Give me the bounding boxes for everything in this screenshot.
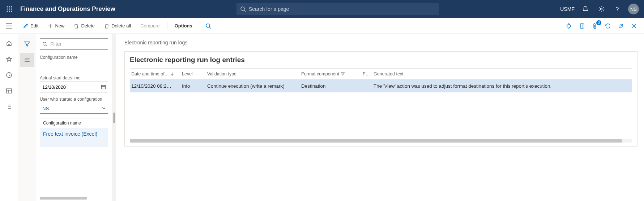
close-icon[interactable] — [629, 21, 639, 31]
calendar-icon[interactable] — [101, 84, 106, 89]
svg-point-12 — [617, 10, 618, 11]
splitter[interactable] — [112, 34, 116, 201]
user-field: User who started a configuration — [40, 97, 108, 114]
action-bar-right: 0 — [564, 21, 642, 31]
grid-h-scrollbar-thumb[interactable] — [130, 139, 622, 143]
user-label: User who started a configuration — [40, 97, 108, 102]
notifications-icon[interactable] — [580, 4, 590, 14]
delete-all-label: Delete all — [111, 23, 131, 29]
delete-label: Delete — [81, 23, 95, 29]
cell-format-component: Destination — [301, 83, 363, 89]
svg-point-0 — [7, 6, 8, 7]
home-icon[interactable] — [3, 37, 16, 50]
config-name-field: Configuration name — [40, 55, 108, 71]
body: Configuration name Actual start date/tim… — [0, 34, 644, 201]
svg-point-9 — [241, 7, 244, 10]
col-f[interactable]: F… — [363, 71, 374, 77]
filter-icon[interactable] — [20, 37, 34, 51]
svg-line-10 — [244, 10, 246, 12]
filter-search-icon — [42, 41, 47, 47]
svg-point-3 — [7, 8, 8, 9]
grid-header: Date and time of… Level Validation type … — [130, 69, 632, 80]
app-launcher-icon[interactable] — [3, 6, 16, 12]
start-date-input[interactable] — [40, 82, 108, 92]
grid-row[interactable]: 12/10/2020 08:2… Info Continue execution… — [130, 80, 632, 92]
main-content: Electronic reporting run logs Electronic… — [116, 34, 644, 201]
edit-button[interactable]: Edit — [20, 21, 42, 31]
svg-point-42 — [43, 42, 46, 45]
sort-down-icon — [170, 72, 174, 76]
new-button[interactable]: New — [44, 21, 68, 31]
company-code[interactable]: USMF — [560, 6, 575, 12]
workspaces-icon[interactable] — [3, 84, 16, 97]
svg-point-20 — [206, 24, 210, 27]
compare-label: Compare — [140, 23, 159, 29]
action-search-button[interactable] — [202, 21, 215, 31]
col-generated-text[interactable]: Generated text — [374, 71, 631, 77]
filter-input[interactable] — [40, 39, 108, 49]
attachments-icon[interactable]: 0 — [590, 21, 600, 31]
filter-input-wrap — [40, 38, 108, 50]
start-date-field: Actual start date/time — [40, 75, 108, 92]
svg-rect-30 — [7, 89, 12, 93]
svg-line-21 — [209, 27, 211, 29]
options-button[interactable]: Options — [171, 21, 196, 31]
log-grid: Date and time of… Level Validation type … — [130, 68, 632, 143]
breadcrumb: Electronic reporting run logs — [124, 40, 637, 45]
filter-rail — [18, 34, 36, 201]
col-format-component[interactable]: Format component — [301, 71, 363, 77]
attachments-badge: 0 — [596, 20, 601, 25]
recent-icon[interactable] — [3, 69, 16, 82]
svg-point-1 — [9, 6, 10, 7]
side-panel-scrollbar[interactable] — [40, 197, 87, 200]
config-list: Configuration name Free text invoice (Ex… — [40, 118, 108, 147]
config-list-item[interactable]: Free text invoice (Excel) — [40, 128, 108, 147]
refresh-icon[interactable] — [603, 21, 613, 31]
global-header: Finance and Operations Preview USMF — [0, 0, 644, 18]
user-initials: NS — [630, 6, 637, 12]
svg-point-4 — [9, 8, 10, 9]
diamond-icon[interactable] — [564, 21, 574, 31]
card-title: Electronic reporting run log entries — [130, 56, 632, 64]
office-icon[interactable] — [577, 21, 587, 31]
config-name-label: Configuration name — [40, 55, 108, 60]
edit-label: Edit — [30, 23, 38, 29]
grid-h-scrollbar[interactable] — [130, 139, 632, 143]
svg-point-11 — [601, 8, 602, 10]
action-bar: Edit New Delete Delete all Compare Optio… — [0, 18, 644, 34]
side-panel: Configuration name Actual start date/tim… — [36, 34, 112, 201]
col-datetime[interactable]: Date and time of… — [131, 71, 182, 77]
search-input[interactable] — [236, 3, 439, 15]
favorites-icon[interactable] — [3, 53, 16, 66]
nav-rail — [0, 34, 18, 201]
svg-point-6 — [7, 10, 8, 12]
svg-point-2 — [11, 6, 12, 7]
popout-icon[interactable] — [616, 21, 626, 31]
search-icon — [240, 6, 246, 12]
delete-button[interactable]: Delete — [70, 21, 98, 31]
search-container — [236, 3, 439, 15]
svg-line-43 — [46, 45, 47, 47]
action-divider — [167, 22, 167, 30]
app-title: Finance and Operations Preview — [20, 5, 115, 13]
config-list-header[interactable]: Configuration name — [40, 118, 108, 128]
settings-icon[interactable] — [596, 4, 606, 14]
cell-datetime: 12/10/2020 08:2… — [131, 83, 182, 89]
delete-all-button[interactable]: Delete all — [101, 21, 135, 31]
modules-icon[interactable] — [3, 100, 16, 113]
svg-point-5 — [11, 8, 12, 9]
filter-applied-icon — [341, 72, 345, 76]
list-view-icon[interactable] — [20, 53, 34, 67]
cell-level: Info — [182, 83, 207, 89]
splitter-grip-icon — [113, 113, 115, 123]
compare-button: Compare — [137, 21, 163, 31]
config-name-input[interactable] — [40, 61, 108, 71]
col-validation-type[interactable]: Validation type — [207, 71, 301, 77]
col-level[interactable]: Level — [182, 71, 207, 77]
grid-spacer — [130, 92, 632, 139]
user-avatar[interactable]: NS — [628, 4, 639, 14]
nav-toggle-button[interactable] — [0, 18, 18, 34]
user-select[interactable] — [40, 103, 108, 114]
help-icon[interactable] — [612, 4, 622, 14]
svg-line-26 — [620, 24, 623, 26]
